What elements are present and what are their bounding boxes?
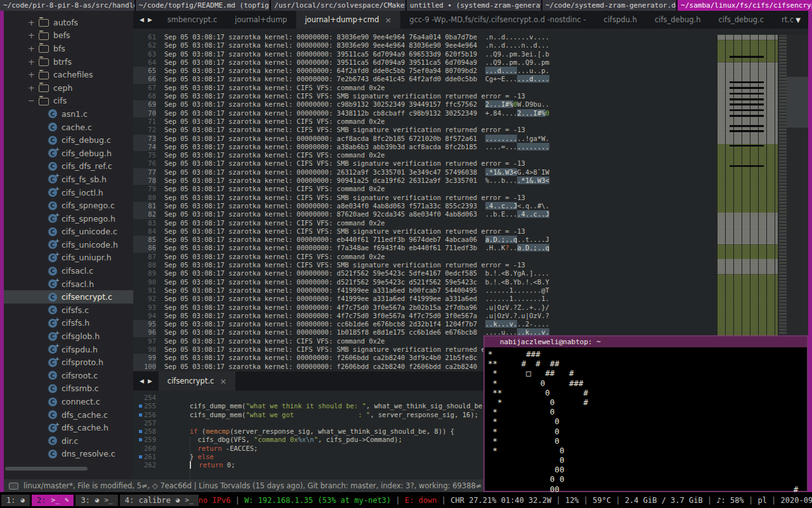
expand-icon[interactable]: + <box>28 44 34 53</box>
tree-item-dfs_cache.h[interactable]: Cdfs_cache.h <box>4 421 133 434</box>
tree-item-cifs_spnego.h[interactable]: Ccifs_spnego.h <box>4 212 133 225</box>
log-line[interactable]: 84Sep 05 03:08:17 szarotka kernel: CIFS … <box>133 227 808 236</box>
terminal-title-bar[interactable]: nabijaczleweli@nabtop: ~ <box>485 337 807 347</box>
log-line[interactable]: 72Sep 05 03:08:17 szarotka kernel: CIFS … <box>133 126 808 134</box>
log-line[interactable]: 87Sep 05 03:08:17 szarotka kernel: CIFS … <box>133 253 808 261</box>
tmux-window-3[interactable]: 3:◕>_ <box>75 495 117 506</box>
tree-item-cifs_unicode.c[interactable]: Ccifs_unicode.c <box>4 225 133 239</box>
tree-item-cifs_ioctl.h[interactable]: Ccifs_ioctl.h <box>4 186 133 199</box>
tree-item-cifsroot.c[interactable]: Ccifsroot.c <box>4 369 133 382</box>
tree-item-bfs[interactable]: +bfs <box>4 42 133 55</box>
tree-item-cachefiles[interactable]: +cachefiles <box>4 68 133 81</box>
tree-item-cache.c[interactable]: Ccache.c <box>4 121 133 134</box>
tree-item-btrfs[interactable]: +btrfs <box>4 55 133 69</box>
log-line[interactable]: 62Sep 05 03:08:17 szarotka kernel: 00000… <box>133 41 808 50</box>
journal-log-view[interactable]: 61Sep 05 03:08:17 szarotka kernel: 00000… <box>133 29 808 376</box>
tree-item-cifssmb.c[interactable]: Ccifssmb.c <box>4 382 133 396</box>
tree-item-dns_resolve.c[interactable]: Cdns_resolve.c <box>4 448 133 461</box>
titlebar-window[interactable]: ~/code/topfig/README.md (topfig) … <box>136 0 270 11</box>
log-line[interactable]: 65Sep 05 03:08:17 szarotka kernel: 00000… <box>133 67 808 75</box>
tab-list-dropdown-icon[interactable]: ▼ <box>792 11 804 29</box>
terminal-window[interactable]: nabijaczleweli@nabtop: ~ * ###** # # ## … <box>483 335 808 492</box>
log-line[interactable]: 71Sep 05 03:08:17 szarotka kernel: CIFS … <box>133 117 808 126</box>
log-line[interactable]: 79Sep 05 03:08:17 szarotka kernel: CIFS … <box>133 185 808 193</box>
titlebar-window[interactable]: ~/code/systemd-zram-generator.deb… <box>542 0 677 11</box>
expand-icon[interactable]: + <box>28 70 34 79</box>
log-line[interactable]: 76Sep 05 03:08:17 szarotka kernel: CIFS … <box>133 159 808 168</box>
tab-scroll-left-icon[interactable]: ◀ <box>140 17 144 23</box>
tab-cifs_debug.h[interactable]: cifs_debug.h <box>646 11 710 29</box>
log-line[interactable]: 81Sep 05 03:08:17 szarotka kernel: 00000… <box>133 202 808 210</box>
expand-icon[interactable]: + <box>28 83 34 93</box>
tree-item-cifs_debug.h[interactable]: Ccifs_debug.h <box>4 147 133 160</box>
tree-item-cifsfs.h[interactable]: Ccifsfs.h <box>4 317 133 330</box>
log-line[interactable]: 89Sep 05 03:08:17 szarotka kernel: 00000… <box>133 269 808 277</box>
tree-item-autofs[interactable]: +autofs <box>4 16 133 29</box>
tab-smbencrypt.c[interactable]: smbencrypt.c <box>159 11 226 29</box>
log-line[interactable]: 92Sep 05 03:08:17 szarotka kernel: 00000… <box>133 295 808 303</box>
log-line[interactable]: 82Sep 05 03:08:17 szarotka kernel: 00000… <box>133 210 808 218</box>
tab-cifs_debug.c[interactable]: cifs_debug.c <box>710 11 773 29</box>
tree-item-connect.c[interactable]: Cconnect.c <box>4 395 133 408</box>
tree-item-cifsacl.c[interactable]: Ccifsacl.c <box>4 264 133 277</box>
tmux-window-2[interactable]: 2:>_✎ <box>32 495 74 506</box>
log-line[interactable]: 95Sep 05 03:08:17 szarotka kernel: 00000… <box>133 320 808 328</box>
log-line[interactable]: 83Sep 05 03:08:17 szarotka kernel: CIFS … <box>133 219 808 227</box>
tmux-window-1[interactable]: 1:◕ <box>1 495 30 506</box>
tree-item-dfs_cache.c[interactable]: Cdfs_cache.c <box>4 408 133 422</box>
tree-item-asn1.c[interactable]: Casn1.c <box>4 107 133 121</box>
log-line[interactable]: 70Sep 05 03:08:17 szarotka kernel: 00000… <box>133 109 808 117</box>
log-line[interactable]: 77Sep 05 03:08:17 szarotka kernel: 00000… <box>133 168 808 177</box>
log-line[interactable]: 68Sep 05 03:08:17 szarotka kernel: CIFS … <box>133 92 808 100</box>
tree-item-cifs_dfs_ref.c[interactable]: Ccifs_dfs_ref.c <box>4 160 133 173</box>
log-line[interactable]: 78Sep 05 03:08:17 szarotka kernel: 00000… <box>133 177 808 185</box>
log-line[interactable]: 63Sep 05 03:08:17 szarotka kernel: 00000… <box>133 50 808 58</box>
tab-journal+dump+cmd[interactable]: journal+dump+cmd× <box>296 11 401 29</box>
log-line[interactable]: 73Sep 05 03:08:17 szarotka kernel: 00000… <box>133 135 808 143</box>
log-line[interactable]: 90Sep 05 03:08:17 szarotka kernel: 00000… <box>133 278 808 286</box>
tab-scroll-right-icon[interactable]: ▶ <box>148 17 152 23</box>
tab-cifsencrypt.c[interactable]: cifsencrypt.c× <box>159 371 235 391</box>
log-line[interactable]: 75Sep 05 03:08:17 szarotka kernel: CIFS … <box>133 151 808 159</box>
log-line[interactable]: 91Sep 05 03:08:17 szarotka kernel: 00000… <box>133 286 808 295</box>
tree-item-ceph[interactable]: +ceph <box>4 81 133 95</box>
tab-scroll-right-icon[interactable]: ▶ <box>148 378 152 384</box>
titlebar-window[interactable]: /usr/local/src/solvespace/CMakeLi… <box>271 0 405 11</box>
tree-item-cifs_debug.c[interactable]: Ccifs_debug.c <box>4 133 133 147</box>
tree-item-cifsglob.h[interactable]: Ccifsglob.h <box>4 330 133 343</box>
sidebar-horizontal-scrollbar[interactable] <box>5 467 88 471</box>
tmux-window-4[interactable]: 4: calibre◕>_ <box>120 495 199 506</box>
tree-item-befs[interactable]: +befs <box>4 29 133 43</box>
tree-item-cifsfs.c[interactable]: Ccifsfs.c <box>4 304 133 317</box>
log-line[interactable]: 80Sep 05 03:08:17 szarotka kernel: CIFS … <box>133 194 808 202</box>
editor-scrollbar-thumb[interactable] <box>787 77 808 128</box>
minimap[interactable] <box>717 35 788 337</box>
tab-cifspdu.h[interactable]: cifspdu.h <box>595 11 646 29</box>
tab-scroll-left-icon[interactable]: ◀ <box>140 378 144 384</box>
log-line[interactable]: 69Sep 05 03:08:17 szarotka kernel: 00000… <box>133 100 808 109</box>
tree-item-dir.c[interactable]: Cdir.c <box>4 434 133 448</box>
tree-item-cifs[interactable]: −cifs <box>4 95 133 108</box>
tree-item-cifs_uniupr.h[interactable]: Ccifs_uniupr.h <box>4 251 133 265</box>
titlebar-window[interactable]: ~/code/pir-8-pir-8-as/src/handler… <box>0 0 134 11</box>
log-line[interactable]: 67Sep 05 03:08:17 szarotka kernel: CIFS … <box>133 84 808 92</box>
expand-icon[interactable]: + <box>28 57 34 67</box>
expand-icon[interactable]: + <box>28 18 34 27</box>
log-line[interactable]: 64Sep 05 03:08:17 szarotka kernel: 00000… <box>133 58 808 67</box>
close-icon[interactable]: × <box>384 15 391 25</box>
terminal-body[interactable]: * ###** # # ## * □ ## # * 0 ### ** 0 # *… <box>485 347 807 496</box>
log-line[interactable]: 85Sep 05 03:08:17 szarotka kernel: 00000… <box>133 236 808 244</box>
expand-icon[interactable]: + <box>28 30 34 40</box>
log-line[interactable]: 61Sep 05 03:08:17 szarotka kernel: 00000… <box>133 33 808 41</box>
log-line[interactable]: 74Sep 05 03:08:17 szarotka kernel: 00000… <box>133 143 808 151</box>
tree-item-cifsproto.h[interactable]: Ccifsproto.h <box>4 356 133 369</box>
editor-scrollbar[interactable] <box>787 35 808 337</box>
log-line[interactable]: 88Sep 05 03:08:17 szarotka kernel: CIFS … <box>133 261 808 269</box>
tree-item-cifspdu.h[interactable]: Ccifspdu.h <box>4 343 133 356</box>
collapse-icon[interactable]: − <box>28 96 34 105</box>
tree-item-cifs_fs_sb.h[interactable]: Ccifs_fs_sb.h <box>4 173 133 186</box>
log-line[interactable]: 86Sep 05 03:08:17 szarotka kernel: 00000… <box>133 244 808 252</box>
tree-item-cifsacl.h[interactable]: Ccifsacl.h <box>4 277 133 291</box>
titlebar-window[interactable]: ~/samba/linux/fs/cifs/cifsencrypt.… <box>678 0 812 11</box>
tree-item-cifsencrypt.c[interactable]: Ccifsencrypt.c <box>4 290 133 304</box>
